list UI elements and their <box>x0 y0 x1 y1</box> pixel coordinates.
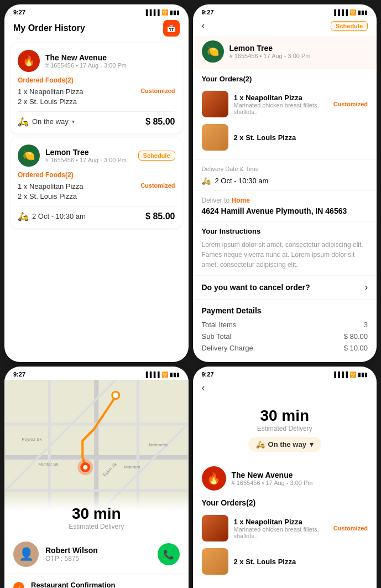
screen-order-detail: 9:27 ▐▐▐▐ 🛜 ▮▮▮ ‹ Schedule 🍋 Lemon Tree … <box>193 4 377 362</box>
back-button-4[interactable]: ‹ <box>202 382 205 394</box>
payment-row-2: Sub Total $ 80.00 <box>202 332 368 341</box>
payment-value-1: 3 <box>364 321 368 329</box>
call-button[interactable]: 📞 <box>158 543 180 565</box>
payment-value-3: $ 10.00 <box>344 344 368 352</box>
instructions-label: Your Instructions <box>202 227 368 235</box>
delivery-timeline: ✓ Restaurant Confirmation Waiting for re… <box>4 574 189 588</box>
wifi-icon-2: 🛜 <box>349 9 356 16</box>
time-2: 9:27 <box>202 9 214 16</box>
customized-tag-2: Customized <box>140 182 175 190</box>
screen-delivery-status: 9:27 ▐▐▐▐ 🛜 ▮▮▮ ‹ 30 min Estimated Deliv… <box>193 367 377 588</box>
driver-info: Robert Wilson OTP : 5875 <box>45 546 98 563</box>
your-orders-section-2: Your Orders(2) 1 x Neapolitan Pizza Mari… <box>193 69 377 160</box>
svg-text:Poyraz Sk: Poyraz Sk <box>22 437 42 442</box>
instructions-text: Lorem ipsum dolor sit amet, consectetur … <box>202 240 368 270</box>
customized-tag-1: Customized <box>140 87 175 96</box>
your-orders-title-4: Your Orders(2) <box>202 498 368 507</box>
food-item-1-2: 2 x St. Louis Pizza <box>18 97 175 106</box>
your-orders-section-4: Your Orders(2) 1 x Neapolitan Pizza Mari… <box>193 496 377 582</box>
food-item-1-1: 1 x Neapolitan Pizza Customized <box>18 87 175 96</box>
ordered-label-1: Ordered Foods(2) <box>18 76 175 84</box>
timeline-content-1: Restaurant Confirmation Waiting for rest… <box>31 581 124 588</box>
wifi-icon: 🛜 <box>161 9 168 16</box>
food-desc-4-1: Marinated chicken breast fillets, shallo… <box>234 526 328 539</box>
restaurant-logo-2: 🍋 <box>18 145 40 167</box>
address-text: 4624 Hamill Avenue Plymouth, IN 46563 <box>202 207 368 215</box>
schedule-badge-2[interactable]: Schedule <box>138 151 175 161</box>
restaurant-meta-2: # 1655456 • 17 Aug - 3:00 Pm <box>45 157 127 163</box>
signal-icon-4: ▐▐▐▐ <box>332 372 348 378</box>
food-desc-1: Marinated chicken breast fillets, shallo… <box>234 102 328 115</box>
payment-label-2: Sub Total <box>202 332 232 341</box>
battery-icon: ▮▮▮ <box>170 9 180 16</box>
page-title-history: My Order History <box>13 23 85 33</box>
signal-icon-2: ▐▐▐▐ <box>332 9 348 16</box>
delivery-date-value: 2 Oct - 10:30 am <box>215 177 269 185</box>
wifi-icon-4: 🛜 <box>349 372 356 378</box>
status-bar-1: 9:27 ▐▐▐▐ 🛜 ▮▮▮ <box>4 4 189 18</box>
schedule-badge-detail[interactable]: Schedule <box>331 21 368 31</box>
calendar-button[interactable]: 📅 <box>163 20 180 37</box>
back-button-2[interactable]: ‹ <box>202 20 205 32</box>
order-total-2: $ 85.00 <box>145 212 175 221</box>
food-item-2-1: 1 x Neapolitan Pizza Customized <box>18 182 175 190</box>
svg-text:Mandıra: Mandıra <box>124 465 140 470</box>
cancel-text: Do you want to cancel order? <box>202 283 310 292</box>
food-item-2-2: 2 x St. Louis Pizza <box>18 192 175 200</box>
food-name-4-2: 2 x St. Louis Pizza <box>234 558 296 566</box>
food-item-info-4-1: 1 x Neapolitan Pizza Marinated chicken b… <box>234 518 328 539</box>
time-4: 9:27 <box>202 371 214 378</box>
svg-text:Mehmetçi: Mehmetçi <box>149 442 168 447</box>
delivery-status-1[interactable]: 🛵 On the way ▾ <box>18 116 75 127</box>
battery-icon-3: ▮▮▮ <box>170 372 180 378</box>
timeline-item-1: ✓ Restaurant Confirmation Waiting for re… <box>13 581 180 588</box>
screen-map-tracking: 9:27 ▐▐▐▐ 🛜 ▮▮▮ <box>4 367 189 588</box>
status-icons-2: ▐▐▐▐ 🛜 ▮▮▮ <box>332 9 368 16</box>
delivery-time-overlay: 30 min Estimated Delivery <box>4 494 189 535</box>
delivery-time-4: 30 min <box>202 407 368 425</box>
address-section: Deliver to Home 4624 Hamill Avenue Plymo… <box>193 191 377 221</box>
driver-name: Robert Wilson <box>45 546 98 555</box>
restaurant-logo-4: 🔥 <box>202 466 226 491</box>
restaurant-header-2: 🍋 Lemon Tree # 1655456 • 17 Aug - 3:00 P… <box>193 36 377 69</box>
restaurant-card-4: 🔥 The New Avenue # 1655456 • 17 Aug - 3:… <box>193 461 377 496</box>
moto-icon-2: 🛵 <box>18 211 29 221</box>
food-name-2: 2 x St. Louis Pizza <box>234 133 296 142</box>
driver-avatar: 👤 <box>13 541 39 567</box>
food-thumb-1 <box>202 91 228 117</box>
time-1: 9:27 <box>13 9 25 16</box>
payment-label-3: Delivery Charge <box>202 344 253 352</box>
status-icons-4: ▐▐▐▐ 🛜 ▮▮▮ <box>332 372 368 378</box>
cancel-row[interactable]: Do you want to cancel order? › <box>193 276 377 300</box>
moto-icon-1: 🛵 <box>18 116 29 127</box>
moto-icon-detail: 🛵 <box>202 177 211 185</box>
center-block-4: 30 min Estimated Delivery 🛵 On the way ▾ <box>193 398 377 461</box>
order-history-header: My Order History 📅 <box>4 18 189 43</box>
food-thumb-4-2 <box>202 548 228 575</box>
driver-otp: OTP : 5875 <box>45 555 98 563</box>
signal-icon: ▐▐▐▐ <box>144 9 159 16</box>
restaurant-meta-4: # 1655456 • 17 Aug - 3:00 Pm <box>232 479 313 486</box>
restaurant-name-1: The New Avenue <box>45 53 127 62</box>
food-item-info-4-2: 2 x St. Louis Pizza <box>234 558 296 566</box>
customized-tag-detail-1: Customized <box>333 101 368 107</box>
on-the-way-pill[interactable]: 🛵 On the way ▾ <box>248 437 321 452</box>
top-nav-4: ‹ <box>193 380 377 398</box>
payment-row-1: Total Items 3 <box>202 321 368 329</box>
svg-text:Muhtar Sk: Muhtar Sk <box>38 462 59 467</box>
status-icons-3: ▐▐▐▐ 🛜 ▮▮▮ <box>144 372 179 378</box>
delivery-date-section: Delivery Date & Time 🛵 2 Oct - 10:30 am <box>193 160 377 191</box>
on-the-way-text: On the way <box>268 440 306 448</box>
restaurant-info-1: The New Avenue # 1655456 • 17 Aug - 3:00… <box>45 53 127 69</box>
restaurant-meta-1: # 1655456 • 17 Aug - 3:00 Pm <box>45 62 127 69</box>
status-bar-2: 9:27 ▐▐▐▐ 🛜 ▮▮▮ <box>193 4 377 18</box>
payment-label-1: Total Items <box>202 321 237 329</box>
payment-row-3: Delivery Charge $ 10.00 <box>202 344 368 352</box>
delivery-date-label: Delivery Date & Time <box>202 166 368 172</box>
restaurant-info-4: The New Avenue # 1655456 • 17 Aug - 3:00… <box>232 471 313 486</box>
map-area: Poyraz Sk Muhtar Sk Eşkıri Sk Mandıra Me… <box>4 380 189 535</box>
order-item-4-2: 2 x St. Louis Pizza <box>202 545 368 578</box>
status-text-2: 2 Oct - 10:30 am <box>32 212 86 220</box>
driver-card: 👤 Robert Wilson OTP : 5875 📞 <box>4 535 189 574</box>
order-item-row-2: 2 x St. Louis Pizza <box>202 121 368 154</box>
